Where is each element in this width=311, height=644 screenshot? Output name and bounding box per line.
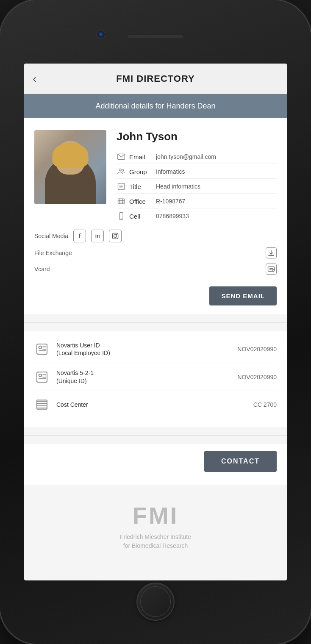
group-icon	[117, 167, 126, 176]
svg-rect-12	[119, 213, 123, 220]
cell-label: Cell	[129, 213, 153, 220]
svg-rect-14	[112, 233, 118, 239]
id-section: Novartis User ID(Local Employee ID) NOV0…	[24, 331, 287, 427]
novartis-521-icon	[34, 369, 50, 385]
contact-button[interactable]: CONTACT	[204, 451, 277, 472]
office-value: R-1098767	[156, 198, 185, 205]
group-label: Group	[129, 168, 153, 175]
title-row: Title Head informatics	[117, 180, 277, 194]
cost-center-label: Cost Center	[56, 401, 247, 408]
fmi-tagline: Friedrich Miescher Institutefor Biomedic…	[33, 533, 278, 550]
vcard-label: Vcard	[34, 266, 50, 272]
section-header-text: Additional details for Handers Dean	[34, 102, 277, 111]
svg-point-15	[114, 235, 117, 238]
svg-rect-7	[118, 199, 125, 204]
cost-center-icon	[34, 397, 50, 412]
instagram-icon[interactable]	[109, 230, 122, 242]
back-button[interactable]: ‹	[33, 72, 36, 86]
file-exchange-download-icon[interactable]	[266, 247, 277, 258]
file-exchange-row: File Exchange	[34, 245, 277, 261]
contact-section: CONTACT	[24, 444, 287, 485]
email-value: john.tyson@gmail.com	[156, 153, 216, 160]
profile-area: John Tyson Email john.tyson@gmail.com	[24, 118, 287, 314]
novartis-521-row: Novartis 5-2-1(Unique ID) NOV02020990	[34, 363, 277, 391]
office-label: Office	[129, 198, 153, 205]
group-row: Group Informatics	[117, 165, 277, 179]
novartis-user-id-icon	[34, 341, 50, 357]
action-rows: File Exchange Vcard	[34, 245, 277, 277]
cost-center-value: CC 2700	[253, 401, 277, 408]
novartis-521-value: NOV02020990	[237, 374, 277, 380]
email-label: Email	[129, 153, 153, 161]
profile-top: John Tyson Email john.tyson@gmail.com	[34, 130, 277, 223]
novartis-user-id-label: Novartis User ID(Local Employee ID)	[56, 341, 230, 357]
fmi-logo: FMI	[33, 502, 278, 529]
svg-rect-17	[268, 255, 274, 256]
social-media-label: Social Media	[34, 233, 68, 239]
home-button[interactable]	[136, 583, 175, 621]
app-header: ‹ FMI DIRECTORY	[24, 64, 287, 94]
svg-point-2	[122, 169, 123, 171]
vcard-icon[interactable]	[266, 264, 277, 275]
phone-frame: ‹ FMI DIRECTORY Additional details for H…	[0, 0, 311, 644]
cell-value: 0786899933	[156, 213, 189, 219]
fmi-footer: FMI Friedrich Miescher Institutefor Biom…	[24, 485, 287, 576]
app-title: FMI DIRECTORY	[116, 73, 194, 84]
novartis-521-label: Novartis 5-2-1(Unique ID)	[56, 369, 230, 384]
svg-point-21	[272, 269, 273, 270]
section-header-bar: Additional details for Handers Dean	[24, 94, 287, 118]
cell-row: Cell 0786899933	[117, 209, 277, 223]
facebook-icon[interactable]: f	[73, 230, 86, 242]
svg-point-16	[117, 234, 117, 235]
cell-icon	[117, 211, 126, 221]
novartis-user-id-row: Novartis User ID(Local Employee ID) NOV0…	[34, 336, 277, 363]
photo-hair	[53, 143, 89, 168]
phone-screen: ‹ FMI DIRECTORY Additional details for H…	[24, 64, 287, 580]
section-divider-1	[24, 322, 287, 323]
file-exchange-label: File Exchange	[34, 250, 72, 256]
title-value: Head informatics	[156, 183, 200, 190]
office-row: Office R-1098767	[117, 194, 277, 208]
novartis-user-id-value: NOV02020990	[237, 346, 277, 353]
social-media-row: Social Media f in	[34, 230, 277, 242]
title-icon	[117, 182, 126, 191]
email-icon	[117, 152, 126, 161]
svg-point-23	[39, 346, 42, 349]
profile-info: John Tyson Email john.tyson@gmail.com	[117, 130, 277, 223]
group-value: Informatics	[156, 168, 185, 175]
cost-center-row: Cost Center CC 2700	[34, 391, 277, 418]
vcard-row: Vcard	[34, 261, 277, 277]
email-row: Email john.tyson@gmail.com	[117, 150, 277, 164]
profile-photo	[34, 130, 106, 204]
profile-name: John Tyson	[117, 130, 277, 143]
send-email-button[interactable]: SEND EMAIL	[209, 286, 277, 305]
title-label: Title	[129, 183, 153, 190]
front-camera	[96, 30, 106, 39]
svg-point-28	[39, 374, 42, 377]
speaker-grill	[128, 35, 183, 38]
linkedin-icon[interactable]: in	[91, 230, 104, 242]
section-divider-2	[24, 435, 287, 436]
svg-point-1	[119, 169, 121, 171]
office-icon	[117, 197, 126, 206]
